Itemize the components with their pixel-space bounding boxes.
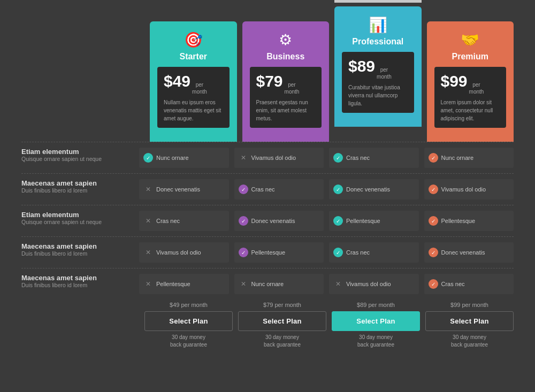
feature-cell-business-4: ✕ Nunc ornare <box>234 274 324 294</box>
check-icon-professional-0: ✓ <box>333 153 343 163</box>
intro-section <box>21 21 139 142</box>
feature-cell-premium-1: ✓ Vivamus dol odio <box>424 179 514 199</box>
feature-text-starter-4: Pellentesque <box>156 281 190 287</box>
feature-row-1: Maecenas amet sapien Duis finibus libero… <box>21 173 514 205</box>
feature-title-3: Maecenas amet sapien <box>21 242 134 250</box>
plan-name-professional: Professional <box>352 37 403 47</box>
check-icon-premium-1: ✓ <box>429 185 438 194</box>
business-icon: ⚙ <box>279 31 292 49</box>
feature-cell-premium-3: ✓ Donec venenatis <box>424 242 514 263</box>
price-box-professional: $89 permonth Curabitur vitae justioa viv… <box>342 52 414 113</box>
plans-headers: 🎯 Starter $49 permonth Nullam eu ipsum e… <box>150 21 514 142</box>
professional-icon: 📊 <box>369 16 387 34</box>
price-unit-business: permonth <box>285 81 300 95</box>
feature-text-premium-3: Donec venenatis <box>441 249 485 256</box>
feature-text-professional-2: Pellentesque <box>346 218 380 224</box>
features-section: Etiam elementum Quisque ornare sapien ut… <box>21 142 514 299</box>
feature-cell-professional-0: ✓ Cras nec <box>329 148 419 168</box>
feature-label-2: Etiam elementum Quisque ornare sapien ut… <box>21 211 139 231</box>
plan-col-starter: 🎯 Starter $49 permonth Nullam eu ipsum e… <box>150 21 237 142</box>
feature-cells-3: ✕ Vivamus dol odio ✓ Pellentesque ✓ Cras… <box>139 242 514 263</box>
bottom-col-starter: $49 per month Select Plan 30 day moneyba… <box>144 302 233 349</box>
feature-text-business-2: Donec venenatis <box>251 218 295 224</box>
cross-icon-professional-4: ✕ <box>333 279 343 289</box>
feature-text-professional-1: Donec venenatis <box>346 186 390 193</box>
feature-sub-0: Quisque ornare sapien ut neque <box>21 156 134 162</box>
plan-col-premium: 🤝 Premium $99 permonth Lorem ipsum dolor… <box>427 21 514 142</box>
price-desc-business: Praesent egestas nun enim, sit amet mole… <box>256 98 316 122</box>
feature-text-starter-1: Donec venenatis <box>156 186 200 193</box>
feature-cells-0: ✓ Nunc ornare ✕ Vivamus dol odio ✓ Cras … <box>139 148 514 168</box>
feature-cell-starter-4: ✕ Pellentesque <box>139 274 229 294</box>
cross-icon-starter-2: ✕ <box>143 216 153 226</box>
price-amount-premium: $99 <box>441 72 468 90</box>
price-amount-starter: $49 <box>164 72 190 90</box>
feature-cell-starter-1: ✕ Donec venenatis <box>139 179 229 199</box>
guarantee-starter: 30 day moneyback guarantee <box>170 334 207 349</box>
feature-title-1: Maecenas amet sapien <box>21 179 134 187</box>
feature-cell-professional-4: ✕ Vivamus dol odio <box>329 274 419 294</box>
price-desc-starter: Nullam eu ipsum eros venenatis mattis eg… <box>164 98 223 122</box>
feature-row-3: Maecenas amet sapien Duis finibus libero… <box>21 236 514 268</box>
bottom-section: $49 per month Select Plan 30 day moneyba… <box>21 302 514 349</box>
plan-col-professional: RECOMMENDED 📊 Professional $89 permonth … <box>334 6 422 142</box>
feature-text-professional-3: Cras nec <box>346 249 370 256</box>
feature-text-professional-4: Vivamus dol odio <box>346 281 391 287</box>
plan-col-business: ⚙ Business $79 permonth Praesent egestas… <box>242 21 330 142</box>
feature-cells-1: ✕ Donec venenatis ✓ Cras nec ✓ Donec ven… <box>139 179 514 199</box>
price-box-starter: $49 permonth Nullam eu ipsum eros venena… <box>157 67 230 128</box>
cross-icon-business-0: ✕ <box>239 153 248 163</box>
feature-text-business-4: Nunc ornare <box>251 281 284 287</box>
feature-cell-business-3: ✓ Pellentesque <box>234 242 324 263</box>
feature-sub-1: Duis finibus libero id lorem <box>21 187 134 194</box>
feature-cell-professional-1: ✓ Donec venenatis <box>329 179 419 199</box>
feature-sub-2: Quisque ornare sapien ut neque <box>21 219 134 225</box>
feature-row-2: Etiam elementum Quisque ornare sapien ut… <box>21 205 514 236</box>
feature-label-0: Etiam elementum Quisque ornare sapien ut… <box>21 148 139 168</box>
plan-header-premium: 🤝 Premium $99 permonth Lorem ipsum dolor… <box>427 21 514 142</box>
check-icon-business-2: ✓ <box>239 216 248 226</box>
plan-name-premium: Premium <box>452 52 488 62</box>
select-plan-button-business[interactable]: Select Plan <box>238 311 326 331</box>
starter-icon: 🎯 <box>184 31 203 49</box>
check-icon-business-1: ✓ <box>239 185 248 194</box>
bottom-price-business: $79 per month <box>263 302 301 308</box>
feature-text-premium-2: Pellentesque <box>441 218 476 224</box>
select-plan-button-professional[interactable]: Select Plan <box>332 311 420 331</box>
cross-icon-business-4: ✕ <box>239 279 248 289</box>
check-icon-premium-4: ✓ <box>429 279 438 289</box>
price-unit-professional: permonth <box>377 66 392 80</box>
select-plan-button-premium[interactable]: Select Plan <box>425 311 514 331</box>
premium-icon: 🤝 <box>461 31 479 49</box>
feature-text-premium-4: Cras nec <box>441 281 465 287</box>
select-plan-button-starter[interactable]: Select Plan <box>144 311 233 331</box>
feature-cells-2: ✕ Cras nec ✓ Donec venenatis ✓ Pellentes… <box>139 211 514 231</box>
check-icon-professional-3: ✓ <box>333 248 343 257</box>
plan-name-business: Business <box>266 52 304 62</box>
feature-cell-starter-2: ✕ Cras nec <box>139 211 229 231</box>
feature-cell-professional-3: ✓ Cras nec <box>329 242 419 263</box>
feature-text-starter-2: Cras nec <box>156 218 180 224</box>
guarantee-business: 30 day moneyback guarantee <box>264 334 301 349</box>
feature-sub-3: Duis finibus libero id lorem <box>21 250 134 257</box>
feature-title-0: Etiam elementum <box>21 148 134 156</box>
price-unit-starter: permonth <box>192 81 207 95</box>
check-icon-premium-2: ✓ <box>429 216 438 226</box>
bottom-col-premium: $99 per month Select Plan 30 day moneyba… <box>425 302 514 349</box>
price-box-premium: $99 permonth Lorem ipsum dolor sit amet,… <box>434 67 507 128</box>
feature-cell-business-2: ✓ Donec venenatis <box>234 211 324 231</box>
recommended-badge: RECOMMENDED <box>334 0 422 3</box>
price-desc-premium: Lorem ipsum dolor sit amet, consectetur … <box>441 98 500 122</box>
feature-row-0: Etiam elementum Quisque ornare sapien ut… <box>21 142 514 173</box>
feature-cell-business-1: ✓ Cras nec <box>234 179 324 199</box>
price-amount-business: $79 <box>256 72 283 90</box>
plan-header-professional: RECOMMENDED 📊 Professional $89 permonth … <box>334 6 422 127</box>
price-box-business: $79 permonth Praesent egestas nun enim, … <box>250 67 322 128</box>
feature-title-4: Maecenas amet sapien <box>21 274 134 282</box>
feature-text-starter-0: Nunc ornare <box>156 155 189 161</box>
feature-row-4: Maecenas amet sapien Duis finibus libero… <box>21 268 514 299</box>
feature-text-business-3: Pellentesque <box>251 249 286 256</box>
feature-label-4: Maecenas amet sapien Duis finibus libero… <box>21 274 139 294</box>
cross-icon-starter-4: ✕ <box>143 279 153 289</box>
feature-cell-premium-2: ✓ Pellentesque <box>424 211 514 231</box>
